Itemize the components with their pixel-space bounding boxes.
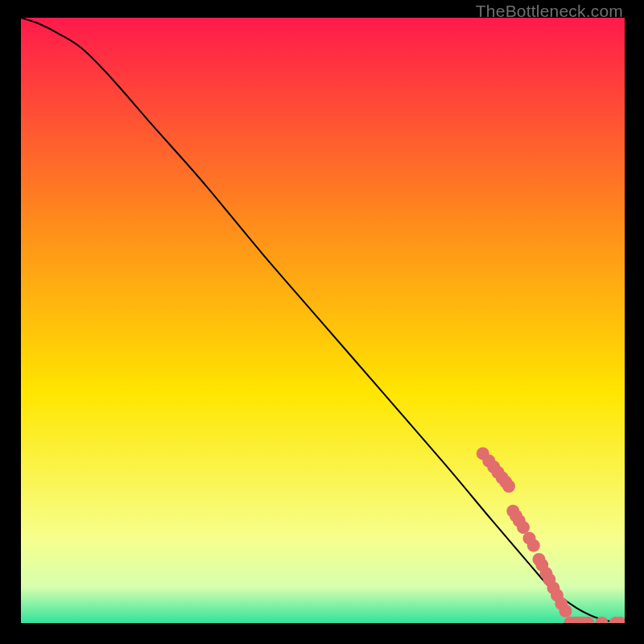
chart-background xyxy=(21,18,625,623)
chart-marker xyxy=(559,605,572,617)
chart-marker xyxy=(502,480,515,493)
chart-marker xyxy=(517,521,530,534)
chart-svg xyxy=(21,18,625,623)
chart-marker xyxy=(527,539,540,552)
chart-frame xyxy=(21,18,625,623)
